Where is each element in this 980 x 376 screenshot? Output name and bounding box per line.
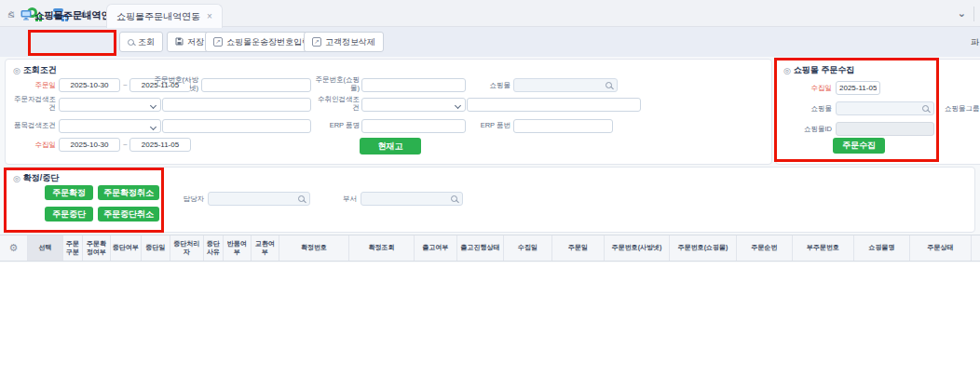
orderer-cond-label: 주문자검색조건	[7, 95, 56, 113]
order-no-mall-input[interactable]	[361, 78, 466, 92]
item-cond-select[interactable]	[59, 119, 161, 133]
orderer-cond-select[interactable]	[59, 98, 161, 112]
collect-date-label: 수집일	[7, 141, 56, 149]
erp-name-input[interactable]	[361, 119, 466, 133]
table-body-empty	[0, 262, 980, 376]
column-header-2[interactable]: 주문구분	[63, 235, 83, 261]
column-header-15[interactable]: 주문일	[552, 235, 605, 261]
search-icon[interactable]	[298, 195, 305, 202]
column-header-18[interactable]: 주문순번	[737, 235, 793, 261]
external-link-icon: ↗	[312, 37, 321, 47]
column-header-13[interactable]: 출고진행상태	[457, 235, 504, 261]
column-header-10[interactable]: 확정번호	[279, 235, 349, 261]
column-header-17[interactable]: 주문번호(쇼핑몰)	[670, 235, 737, 261]
search-panel-title: ◎ 조회조건	[13, 64, 57, 76]
search-icon	[128, 39, 134, 46]
column-header-12[interactable]: 출고여부	[415, 235, 457, 261]
erp-code-label: ERP 품번	[462, 121, 510, 129]
order-stop-button[interactable]: 주문중단	[45, 207, 93, 222]
gear-column-header[interactable]: ⚙	[0, 235, 28, 261]
order-no-sabang-label: 주문번호(사방넷)	[145, 75, 198, 93]
external-link-icon: ↗	[213, 37, 223, 47]
department-label: 부서	[332, 195, 357, 203]
mall-search-input[interactable]	[513, 78, 618, 92]
clipped-toolbar-text: 파	[971, 36, 980, 48]
item-cond-label: 품목검색조건	[7, 121, 56, 129]
mall-label: 쇼핑몰	[462, 81, 510, 89]
column-header-14[interactable]: 수집일	[504, 235, 552, 261]
mall-group-label: 쇼핑몰그룹	[945, 104, 980, 113]
order-confirm-cancel-button[interactable]: 주문확정취소	[98, 185, 159, 200]
back-chevron-icon[interactable]: <	[8, 8, 14, 20]
order-confirm-button[interactable]: 주문확정	[45, 185, 93, 200]
column-header-4[interactable]: 중단여부	[111, 235, 142, 261]
mall-label: 쇼핑몰	[785, 104, 832, 113]
collect-date-input[interactable]	[836, 81, 880, 95]
delete-customer-info-button[interactable]: ↗ 고객정보삭제	[304, 32, 384, 52]
orderer-keyword-input[interactable]	[162, 98, 311, 112]
search-conditions-panel: ◎ 조회조건 주문일 ~ 주문번호(사방넷) 주문번호(쇼핑몰) 쇼핑몰 주문자…	[5, 59, 772, 165]
tilde-separator: ~	[123, 81, 128, 89]
column-header-6[interactable]: 중단처리자	[170, 235, 204, 261]
erp-name-label: ERP 품명	[313, 121, 360, 129]
gear-icon: ⚙	[9, 242, 19, 255]
mall-id-label: 쇼핑몰ID	[785, 125, 832, 133]
order-no-mall-label: 주문번호(쇼핑몰)	[306, 75, 360, 93]
save-icon	[175, 37, 184, 47]
tab-shopping-mall-order-sync[interactable]: 쇼핑몰주문내역연동 ×	[106, 4, 223, 28]
mall-id-input	[836, 122, 934, 136]
search-icon[interactable]	[606, 82, 612, 88]
search-icon[interactable]	[922, 105, 929, 112]
item-keyword-input[interactable]	[162, 119, 311, 133]
collect-date-label: 수집일	[785, 84, 832, 92]
column-header-21[interactable]: 주문상태	[910, 235, 972, 261]
receiver-cond-select[interactable]	[361, 98, 466, 112]
receiver-keyword-input[interactable]	[467, 98, 641, 112]
tab-label: 쇼핑몰주문내역연동	[116, 10, 200, 23]
divider	[973, 7, 974, 21]
confirm-panel-title: ◎ 확정/중단	[13, 172, 59, 184]
erp-code-input[interactable]	[513, 119, 613, 133]
top-tab-bar: ⌂ ★ 쇼핑몰주문내역연동 × ⌄	[0, 0, 980, 27]
tab-close-icon[interactable]: ×	[207, 11, 212, 21]
manager-search-input[interactable]	[208, 192, 310, 206]
department-search-input[interactable]	[361, 192, 463, 206]
column-header-5[interactable]: 중단일	[142, 235, 170, 261]
tilde-separator: ~	[123, 141, 128, 149]
receiver-cond-label: 수취인검색조건	[313, 95, 360, 113]
search-icon[interactable]	[451, 195, 457, 202]
table-header: ⚙ 선택주문구분주문확정여부중단여부중단일중단처리자중단사유반품여부교환여부확정…	[0, 235, 980, 262]
order-stop-cancel-button[interactable]: 주문중단취소	[98, 207, 159, 222]
column-header-7[interactable]: 중단사유	[204, 235, 224, 261]
order-collect-panel: ◎ 쇼핑몰 주문수집 수집일 쇼핑몰 쇼핑몰ID 주문수집 쇼핑몰그룹	[775, 59, 980, 165]
confirm-stop-panel: ◎ 확정/중단 주문확정 주문확정취소 주문중단 주문중단취소 담당자 부서	[5, 167, 975, 233]
column-header-8[interactable]: 반품여부	[224, 235, 252, 261]
column-header-3[interactable]: 주문확정여부	[83, 235, 111, 261]
collect-orders-button[interactable]: 주문수집	[833, 138, 885, 154]
search-button[interactable]: 조회	[119, 32, 163, 52]
order-date-from-input[interactable]	[59, 78, 120, 92]
manager-label: 담당자	[173, 195, 204, 203]
section-marker-icon: ◎	[13, 66, 20, 75]
current-stock-button[interactable]: 현재고	[360, 138, 421, 154]
collect-date-from-input[interactable]	[59, 138, 120, 152]
collect-panel-title: ◎ 쇼핑몰 주문수집	[783, 64, 854, 76]
column-header-11[interactable]: 확정조회	[349, 235, 415, 261]
tab-list-chevron-down-icon[interactable]: ⌄	[958, 7, 966, 20]
monitor-icon	[20, 7, 32, 24]
section-marker-icon: ◎	[13, 174, 20, 183]
column-header-20[interactable]: 쇼핑몰명	[854, 235, 910, 261]
tracking-number-button[interactable]: ↗ 쇼핑몰운송장번호입력	[205, 32, 319, 52]
mall-search-input[interactable]	[836, 101, 934, 115]
column-header-16[interactable]: 주문번호(사방넷)	[605, 235, 670, 261]
column-header-9[interactable]: 교환여부	[252, 235, 279, 261]
section-marker-icon: ◎	[783, 66, 791, 75]
collect-date-to-input[interactable]	[129, 138, 191, 152]
column-header-19[interactable]: 부주문번호	[793, 235, 854, 261]
order-date-label: 주문일	[7, 81, 56, 89]
order-no-sabang-input[interactable]	[201, 78, 311, 92]
column-header-1[interactable]: 선택	[28, 235, 63, 261]
